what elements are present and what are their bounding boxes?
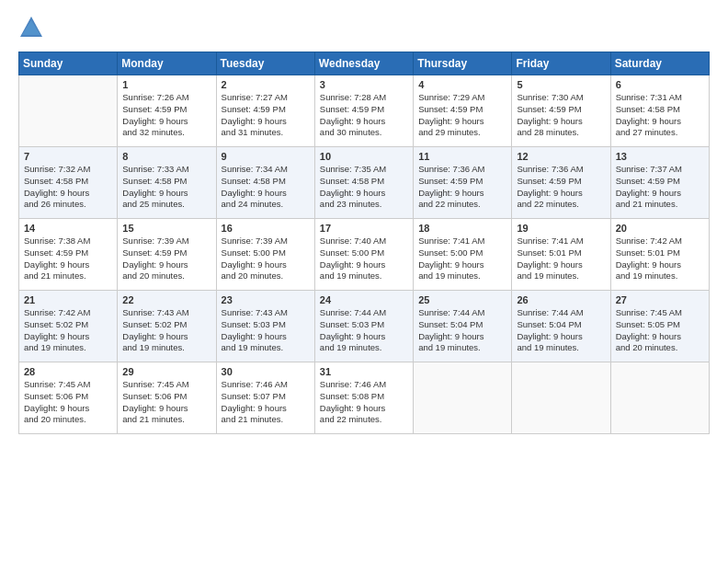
- page-container: SundayMondayTuesdayWednesdayThursdayFrid…: [0, 0, 728, 443]
- day-info: Sunrise: 7:46 AM Sunset: 5:07 PM Dayligh…: [222, 379, 310, 426]
- day-info: Sunrise: 7:36 AM Sunset: 4:59 PM Dayligh…: [517, 164, 605, 211]
- calendar-week-1: 1Sunrise: 7:26 AM Sunset: 4:59 PM Daylig…: [19, 75, 710, 147]
- calendar-cell: 3Sunrise: 7:28 AM Sunset: 4:59 PM Daylig…: [314, 75, 413, 147]
- weekday-header-row: SundayMondayTuesdayWednesdayThursdayFrid…: [19, 52, 710, 75]
- day-number: 3: [320, 79, 408, 90]
- calendar-cell: 6Sunrise: 7:31 AM Sunset: 4:58 PM Daylig…: [610, 75, 709, 147]
- day-number: 12: [517, 151, 605, 162]
- calendar-cell: 17Sunrise: 7:40 AM Sunset: 5:00 PM Dayli…: [314, 219, 413, 291]
- weekday-header-thursday: Thursday: [414, 52, 512, 75]
- calendar-cell: 21Sunrise: 7:42 AM Sunset: 5:02 PM Dayli…: [19, 291, 118, 362]
- day-number: 26: [517, 294, 605, 305]
- logo: [18, 15, 48, 40]
- day-info: Sunrise: 7:38 AM Sunset: 4:59 PM Dayligh…: [24, 236, 112, 282]
- calendar-cell: 19Sunrise: 7:41 AM Sunset: 5:01 PM Dayli…: [512, 219, 610, 291]
- day-number: 28: [24, 366, 112, 377]
- day-info: Sunrise: 7:39 AM Sunset: 5:00 PM Dayligh…: [222, 236, 310, 282]
- day-info: Sunrise: 7:28 AM Sunset: 4:59 PM Dayligh…: [320, 92, 408, 139]
- day-number: 16: [222, 223, 310, 234]
- calendar-cell: [414, 362, 512, 434]
- day-number: 10: [320, 151, 408, 162]
- day-info: Sunrise: 7:26 AM Sunset: 4:59 PM Dayligh…: [122, 92, 210, 139]
- calendar-cell: 24Sunrise: 7:44 AM Sunset: 5:03 PM Dayli…: [314, 291, 413, 362]
- day-number: 23: [222, 294, 310, 305]
- calendar-header: SundayMondayTuesdayWednesdayThursdayFrid…: [19, 52, 710, 75]
- calendar-cell: 15Sunrise: 7:39 AM Sunset: 4:59 PM Dayli…: [118, 219, 216, 291]
- calendar-cell: 26Sunrise: 7:44 AM Sunset: 5:04 PM Dayli…: [512, 291, 610, 362]
- calendar-cell: 20Sunrise: 7:42 AM Sunset: 5:01 PM Dayli…: [610, 219, 709, 291]
- day-info: Sunrise: 7:27 AM Sunset: 4:59 PM Dayligh…: [222, 92, 310, 139]
- day-number: 15: [122, 223, 210, 234]
- calendar-cell: 16Sunrise: 7:39 AM Sunset: 5:00 PM Dayli…: [216, 219, 314, 291]
- day-info: Sunrise: 7:44 AM Sunset: 5:03 PM Dayligh…: [320, 307, 408, 354]
- calendar-cell: 9Sunrise: 7:34 AM Sunset: 4:58 PM Daylig…: [216, 147, 314, 219]
- calendar-cell: 14Sunrise: 7:38 AM Sunset: 4:59 PM Dayli…: [19, 219, 118, 291]
- day-number: 30: [222, 366, 310, 377]
- day-number: 14: [24, 223, 112, 234]
- day-info: Sunrise: 7:42 AM Sunset: 5:02 PM Dayligh…: [24, 307, 112, 354]
- calendar-cell: [19, 75, 118, 147]
- weekday-header-saturday: Saturday: [610, 52, 709, 75]
- calendar-cell: 29Sunrise: 7:45 AM Sunset: 5:06 PM Dayli…: [118, 362, 216, 434]
- day-info: Sunrise: 7:32 AM Sunset: 4:58 PM Dayligh…: [24, 164, 112, 211]
- day-info: Sunrise: 7:43 AM Sunset: 5:02 PM Dayligh…: [122, 307, 210, 354]
- day-number: 13: [616, 151, 704, 162]
- calendar-cell: 23Sunrise: 7:43 AM Sunset: 5:03 PM Dayli…: [216, 291, 314, 362]
- calendar-week-3: 14Sunrise: 7:38 AM Sunset: 4:59 PM Dayli…: [19, 219, 710, 291]
- day-info: Sunrise: 7:40 AM Sunset: 5:00 PM Dayligh…: [320, 236, 408, 282]
- calendar-cell: 7Sunrise: 7:32 AM Sunset: 4:58 PM Daylig…: [19, 147, 118, 219]
- calendar-cell: 5Sunrise: 7:30 AM Sunset: 4:59 PM Daylig…: [512, 75, 610, 147]
- day-number: 20: [616, 223, 704, 234]
- day-number: 18: [418, 223, 506, 234]
- day-number: 17: [320, 223, 408, 234]
- day-number: 11: [418, 151, 506, 162]
- calendar-cell: 8Sunrise: 7:33 AM Sunset: 4:58 PM Daylig…: [118, 147, 216, 219]
- day-info: Sunrise: 7:45 AM Sunset: 5:05 PM Dayligh…: [616, 307, 704, 354]
- calendar-cell: 30Sunrise: 7:46 AM Sunset: 5:07 PM Dayli…: [216, 362, 314, 434]
- calendar-cell: 22Sunrise: 7:43 AM Sunset: 5:02 PM Dayli…: [118, 291, 216, 362]
- day-number: 9: [222, 151, 310, 162]
- day-info: Sunrise: 7:35 AM Sunset: 4:58 PM Dayligh…: [320, 164, 408, 211]
- calendar-cell: 10Sunrise: 7:35 AM Sunset: 4:58 PM Dayli…: [314, 147, 413, 219]
- day-number: 6: [616, 79, 704, 90]
- calendar-cell: [512, 362, 610, 434]
- day-number: 8: [122, 151, 210, 162]
- calendar-cell: 12Sunrise: 7:36 AM Sunset: 4:59 PM Dayli…: [512, 147, 610, 219]
- day-number: 27: [616, 294, 704, 305]
- logo-icon: [18, 15, 44, 40]
- day-number: 29: [122, 366, 210, 377]
- day-info: Sunrise: 7:31 AM Sunset: 4:58 PM Dayligh…: [616, 92, 704, 139]
- calendar-body: 1Sunrise: 7:26 AM Sunset: 4:59 PM Daylig…: [19, 75, 710, 434]
- day-info: Sunrise: 7:44 AM Sunset: 5:04 PM Dayligh…: [418, 307, 506, 354]
- day-number: 4: [418, 79, 506, 90]
- day-number: 21: [24, 294, 112, 305]
- day-info: Sunrise: 7:33 AM Sunset: 4:58 PM Dayligh…: [122, 164, 210, 211]
- day-info: Sunrise: 7:30 AM Sunset: 4:59 PM Dayligh…: [517, 92, 605, 139]
- day-number: 24: [320, 294, 408, 305]
- day-number: 19: [517, 223, 605, 234]
- day-info: Sunrise: 7:36 AM Sunset: 4:59 PM Dayligh…: [418, 164, 506, 211]
- weekday-header-monday: Monday: [118, 52, 216, 75]
- calendar-week-2: 7Sunrise: 7:32 AM Sunset: 4:58 PM Daylig…: [19, 147, 710, 219]
- weekday-header-sunday: Sunday: [19, 52, 118, 75]
- day-info: Sunrise: 7:39 AM Sunset: 4:59 PM Dayligh…: [122, 236, 210, 282]
- calendar-table: SundayMondayTuesdayWednesdayThursdayFrid…: [18, 52, 710, 434]
- weekday-header-wednesday: Wednesday: [314, 52, 413, 75]
- calendar-cell: 13Sunrise: 7:37 AM Sunset: 4:59 PM Dayli…: [610, 147, 709, 219]
- day-info: Sunrise: 7:45 AM Sunset: 5:06 PM Dayligh…: [24, 379, 112, 426]
- calendar-cell: 25Sunrise: 7:44 AM Sunset: 5:04 PM Dayli…: [414, 291, 512, 362]
- day-number: 5: [517, 79, 605, 90]
- calendar-cell: 31Sunrise: 7:46 AM Sunset: 5:08 PM Dayli…: [314, 362, 413, 434]
- weekday-header-friday: Friday: [512, 52, 610, 75]
- day-info: Sunrise: 7:34 AM Sunset: 4:58 PM Dayligh…: [222, 164, 310, 211]
- calendar-cell: 18Sunrise: 7:41 AM Sunset: 5:00 PM Dayli…: [414, 219, 512, 291]
- calendar-week-5: 28Sunrise: 7:45 AM Sunset: 5:06 PM Dayli…: [19, 362, 710, 434]
- weekday-header-tuesday: Tuesday: [216, 52, 314, 75]
- day-info: Sunrise: 7:29 AM Sunset: 4:59 PM Dayligh…: [418, 92, 506, 139]
- day-number: 31: [320, 366, 408, 377]
- svg-marker-1: [22, 20, 40, 35]
- day-info: Sunrise: 7:41 AM Sunset: 5:01 PM Dayligh…: [517, 236, 605, 282]
- day-info: Sunrise: 7:45 AM Sunset: 5:06 PM Dayligh…: [122, 379, 210, 426]
- day-number: 25: [418, 294, 506, 305]
- day-number: 22: [122, 294, 210, 305]
